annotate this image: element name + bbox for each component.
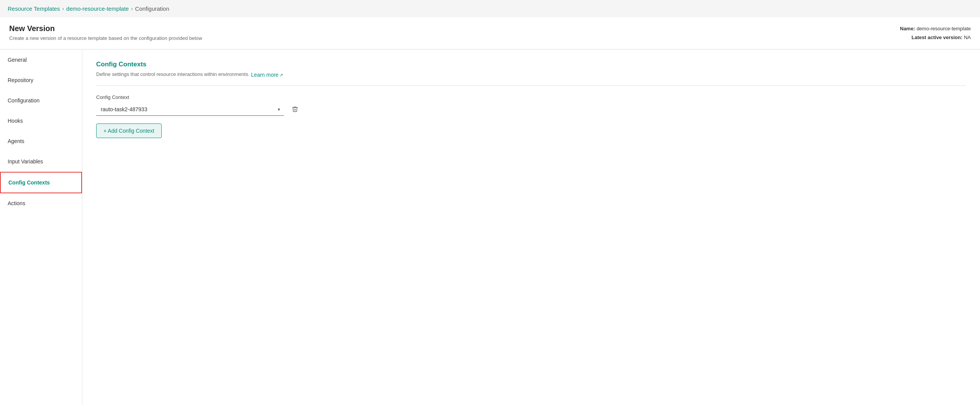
breadcrumb-root[interactable]: Resource Templates [8, 5, 60, 12]
delete-config-context-button[interactable] [289, 103, 301, 115]
section-title: Config Contexts [96, 61, 966, 68]
sidebar-item-general[interactable]: General [0, 50, 82, 70]
main-content: General Repository Configuration Hooks A… [0, 50, 980, 405]
sidebar-item-agents[interactable]: Agents [0, 131, 82, 151]
breadcrumb-parent[interactable]: demo-resource-template [66, 5, 129, 12]
page-header: New Version Create a new version of a re… [0, 17, 980, 49]
meta-name-label: Name: [900, 26, 915, 31]
section-divider [96, 86, 966, 86]
meta-name-value: demo-resource-template [916, 26, 971, 31]
meta-name-row: Name: demo-resource-template [900, 24, 971, 33]
breadcrumb-separator-1: › [62, 6, 64, 12]
page-title: New Version [9, 24, 202, 33]
config-context-select[interactable]: rauto-task2-487933 [96, 103, 284, 116]
select-wrapper: rauto-task2-487933 [96, 103, 284, 116]
page-header-meta: Name: demo-resource-template Latest acti… [900, 24, 971, 42]
trash-icon [292, 105, 298, 113]
config-context-label: Config Context [96, 94, 966, 100]
breadcrumb: Resource Templates › demo-resource-templ… [0, 0, 980, 17]
page-subtitle: Create a new version of a resource templ… [9, 35, 202, 41]
meta-version-value: NA [964, 35, 971, 40]
sidebar-item-actions[interactable]: Actions [0, 193, 82, 214]
section-description-row: Define settings that control resource in… [96, 71, 966, 79]
sidebar-item-config-contexts[interactable]: Config Contexts [0, 172, 82, 193]
meta-version-label: Latest active version: [911, 35, 962, 40]
learn-more-arrow: ↗ [279, 72, 283, 78]
add-config-context-label: + Add Config Context [103, 128, 154, 134]
learn-more-link[interactable]: Learn more↗ [251, 72, 283, 78]
sidebar-item-repository[interactable]: Repository [0, 70, 82, 91]
learn-more-label: Learn more [251, 72, 279, 78]
config-context-row: rauto-task2-487933 [96, 103, 966, 116]
meta-version-row: Latest active version: NA [900, 33, 971, 42]
sidebar: General Repository Configuration Hooks A… [0, 50, 82, 405]
sidebar-item-configuration[interactable]: Configuration [0, 91, 82, 111]
breadcrumb-current: Configuration [135, 5, 169, 12]
page-header-left: New Version Create a new version of a re… [9, 24, 202, 41]
content-area: Config Contexts Define settings that con… [82, 50, 980, 405]
add-config-context-button[interactable]: + Add Config Context [96, 123, 162, 138]
sidebar-item-hooks[interactable]: Hooks [0, 111, 82, 131]
sidebar-item-input-variables[interactable]: Input Variables [0, 151, 82, 172]
section-description: Define settings that control resource in… [96, 71, 249, 77]
breadcrumb-separator-2: › [131, 6, 133, 12]
